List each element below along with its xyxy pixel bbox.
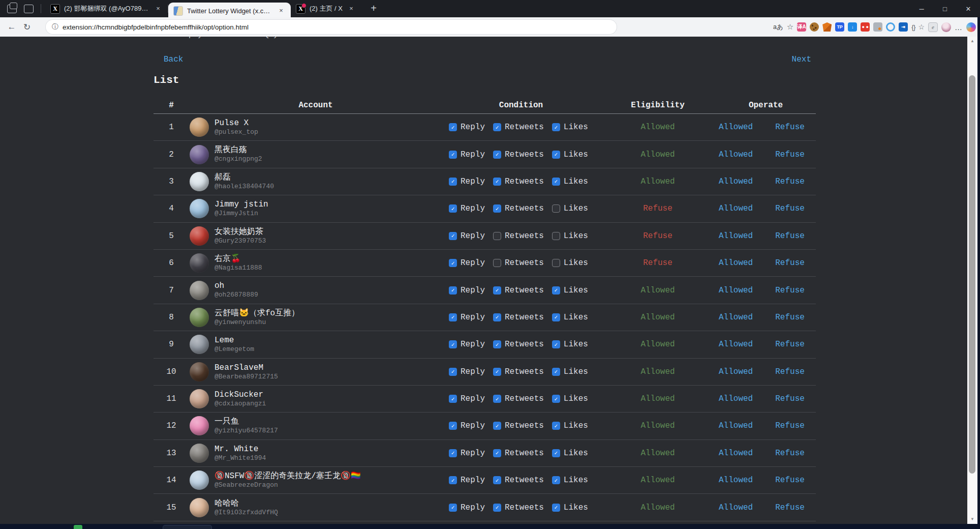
translate-icon[interactable]: aあ [773,23,783,32]
likes-checkbox[interactable]: ✓ [552,476,560,484]
retweets-checkbox[interactable]: ✓ [493,286,501,295]
blue-ring-icon[interactable] [886,22,895,32]
reply-checkbox[interactable]: ✓ [449,204,457,213]
reply-checkbox[interactable]: ✓ [449,340,457,348]
copilot-icon[interactable] [966,22,976,32]
operate-refuse-link[interactable]: Refuse [775,123,805,132]
scrollbar-up-arrow[interactable]: ▲ [967,38,977,45]
likes-checkbox[interactable]: ✓ [552,123,560,131]
browser-tab-3[interactable]: X(2) 主页 / X× [291,0,361,17]
cookie-icon[interactable] [810,22,819,32]
maximize-button[interactable]: □ [933,0,957,17]
operate-allow-link[interactable]: Allowed [719,421,753,430]
immersive-translate-icon[interactable]: 译A [797,22,806,32]
retweets-checkbox[interactable]: ✓ [493,449,501,457]
operate-refuse-link[interactable]: Refuse [775,231,805,241]
retweets-checkbox[interactable]: ✓ [493,204,501,213]
browser-tab-1[interactable]: X(2) 邯郸捆绑双 (@AyO7890O) / X× [45,0,168,17]
site-info-icon[interactable]: ⓘ [52,22,58,32]
next-link[interactable]: Next [792,55,811,64]
retweets-checkbox[interactable]: ✓ [493,504,501,512]
scrollbar-thumb[interactable] [969,75,975,474]
reply-checkbox[interactable]: ✓ [449,422,457,430]
likes-checkbox[interactable]: ✓ [552,504,560,512]
reply-checkbox[interactable]: ✓ [449,504,457,512]
operate-allow-link[interactable]: Allowed [719,394,753,403]
operate-allow-link[interactable]: Allowed [719,449,753,458]
operate-refuse-link[interactable]: Refuse [775,258,805,268]
reply-checkbox[interactable]: ✓ [449,123,457,131]
back-link[interactable]: Back [164,55,183,64]
retweets-checkbox[interactable]: ✓ [493,476,501,484]
retweets-checkbox[interactable]: ✓ [493,368,501,376]
address-bar[interactable]: ⓘ extension://hcmndbigbfpdelbinfnpbfebem… [46,20,617,34]
operate-refuse-link[interactable]: Refuse [775,503,805,512]
operate-allow-link[interactable]: Allowed [719,177,753,186]
reply-checkbox[interactable]: ✓ [449,151,457,159]
operate-allow-link[interactable]: Allowed [719,313,753,322]
operate-allow-link[interactable]: Allowed [719,258,753,268]
reply-checkbox[interactable]: ✓ [449,313,457,321]
retweets-checkbox[interactable]: ✓ [493,232,501,240]
retweets-checkbox[interactable]: ✓ [493,395,501,403]
operate-refuse-link[interactable]: Refuse [775,394,805,403]
refresh-icon[interactable]: ↻ [19,22,35,33]
retweets-checkbox[interactable]: ✓ [493,178,501,186]
retweets-checkbox[interactable]: ✓ [493,123,501,131]
scrollbar-down-arrow[interactable]: ▼ [967,516,977,523]
operate-allow-link[interactable]: Allowed [719,231,753,241]
operate-allow-link[interactable]: Allowed [719,150,753,159]
reply-checkbox[interactable]: ✓ [449,449,457,457]
likes-checkbox[interactable]: ✓ [552,232,560,240]
collections-icon[interactable]: ☆ [918,23,925,31]
workspaces-icon[interactable] [7,5,17,13]
retweets-checkbox[interactable]: ✓ [493,313,501,321]
extensions-menu-icon[interactable]: { } [911,23,914,31]
operate-refuse-link[interactable]: Refuse [775,340,805,349]
operate-refuse-link[interactable]: Refuse [775,421,805,430]
operate-refuse-link[interactable]: Refuse [775,449,805,458]
operate-allow-link[interactable]: Allowed [719,503,753,512]
url-text[interactable]: extension://hcmndbigbfpdelbinfnpbfebemff… [63,23,249,31]
reply-checkbox[interactable]: ✓ [449,476,457,484]
edge-extension-chip-icon[interactable]: e [928,22,938,32]
reply-checkbox[interactable]: ✓ [449,178,457,186]
tab-close-icon[interactable]: × [347,4,356,13]
reply-checkbox[interactable]: ✓ [449,259,457,267]
browser-tab-2[interactable]: Twitter Lottery Widget (x.com)× [168,3,291,18]
retweets-checkbox[interactable]: ✓ [493,259,501,267]
tab-close-icon[interactable]: × [277,6,286,15]
likes-checkbox[interactable]: ✓ [552,422,560,430]
retweets-checkbox[interactable]: ✓ [493,340,501,348]
page-scrollbar[interactable]: ▲ ▼ [967,37,977,524]
favorites-star-icon[interactable]: ☆ [787,22,793,32]
reply-checkbox[interactable]: ✓ [449,368,457,376]
operate-refuse-link[interactable]: Refuse [775,367,805,376]
retweets-checkbox[interactable]: ✓ [493,422,501,430]
profile-avatar[interactable] [941,22,951,32]
close-button[interactable]: ✕ [957,0,980,17]
likes-checkbox[interactable]: ✓ [552,204,560,213]
operate-refuse-link[interactable]: Refuse [775,150,805,159]
metamask-fox-icon[interactable] [822,22,832,32]
operate-refuse-link[interactable]: Refuse [775,476,805,485]
operate-allow-link[interactable]: Allowed [719,476,753,485]
operate-refuse-link[interactable]: Refuse [775,204,805,213]
red-extension-icon[interactable]: ● ● [861,22,870,32]
tokenpocket-icon[interactable]: TP [835,22,844,32]
reply-checkbox[interactable]: ✓ [449,232,457,240]
operate-allow-link[interactable]: Allowed [719,367,753,376]
downloader-icon[interactable]: ↓ [848,22,857,32]
likes-checkbox[interactable]: ✓ [552,395,560,403]
operate-allow-link[interactable]: Allowed [719,123,753,132]
operate-allow-link[interactable]: Allowed [719,204,753,213]
likes-checkbox[interactable]: ✓ [552,368,560,376]
operate-refuse-link[interactable]: Refuse [775,177,805,186]
likes-checkbox[interactable]: ✓ [552,178,560,186]
likes-checkbox[interactable]: ✓ [552,286,560,295]
reply-checkbox[interactable]: ✓ [449,395,457,403]
likes-checkbox[interactable]: ✓ [552,449,560,457]
minimize-button[interactable]: ─ [910,0,933,17]
tab-actions-icon[interactable] [24,5,34,13]
tab-close-icon[interactable]: × [154,4,163,13]
